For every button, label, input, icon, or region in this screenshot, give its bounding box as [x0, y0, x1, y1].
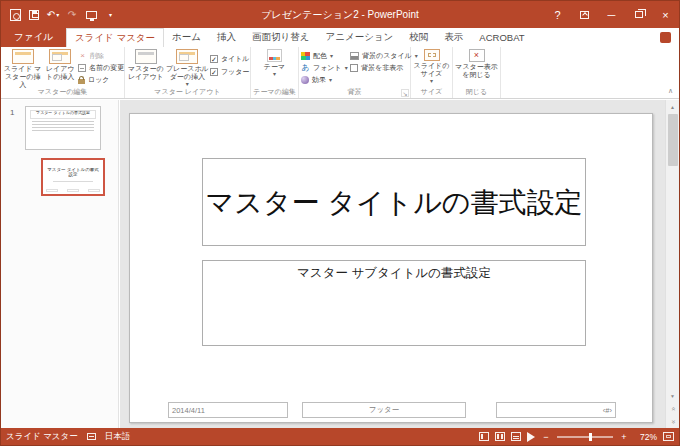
save-icon[interactable] — [26, 6, 42, 24]
restore-icon[interactable] — [625, 1, 652, 28]
slide-size-icon — [424, 49, 440, 61]
normal-view-icon[interactable] — [479, 432, 489, 441]
powerpoint-window: ↶▾ ↷ ▾ プレゼンテーション2 - PowerPoint ? ─ × ファイ… — [0, 0, 680, 446]
minimize-icon[interactable]: ─ — [598, 1, 625, 28]
insert-slide-master-button[interactable]: スライド マスターの挿入 — [3, 48, 42, 85]
dialog-launcher-icon[interactable]: ↘ — [401, 89, 409, 97]
tab-acrobat[interactable]: ACROBAT — [471, 28, 532, 47]
insert-layout-icon — [49, 49, 71, 64]
window-controls: ? ─ × — [544, 1, 679, 28]
zoom-slider-thumb[interactable] — [589, 433, 592, 441]
slide[interactable]: マスター タイトルの書式設定 マスター サブタイトルの書式設定 2014/4/1… — [129, 113, 653, 423]
fit-to-window-icon[interactable] — [663, 432, 674, 441]
tab-view[interactable]: 表示 — [436, 28, 471, 47]
footer-placeholder[interactable]: フッター — [302, 402, 466, 418]
slide-size-button[interactable]: スライドのサイズ ▾ — [413, 48, 450, 85]
reading-view-icon[interactable] — [511, 432, 521, 441]
hide-background-checkbox[interactable]: 背景を非表示 — [350, 62, 408, 74]
title-placeholder[interactable]: マスター タイトルの書式設定 — [202, 158, 586, 246]
close-master-icon: × — [469, 49, 485, 62]
slide-master-icon — [12, 49, 34, 64]
view-name-label[interactable]: スライド マスター — [6, 431, 78, 443]
chevron-down-icon: ▾ — [273, 71, 276, 77]
background-styles-button[interactable]: 背景のスタイル ▾ — [350, 50, 408, 61]
statusbar-right: − + 72% — [479, 432, 674, 442]
ribbon-display-options-icon[interactable] — [571, 1, 598, 28]
date-placeholder[interactable]: 2014/4/11 — [168, 402, 288, 418]
slide-number-placeholder[interactable]: ‹#› — [496, 402, 616, 418]
scrollbar-thumb[interactable] — [668, 114, 678, 166]
tab-transitions[interactable]: 画面切り替え — [244, 28, 317, 47]
tab-animations[interactable]: アニメーション — [318, 28, 402, 47]
insert-layout-button[interactable]: レイアウトの挿入 — [43, 48, 77, 85]
scroll-up-icon[interactable]: ▲ — [666, 100, 680, 113]
zoom-slider[interactable] — [557, 436, 613, 438]
previous-slide-icon[interactable]: « — [666, 402, 680, 415]
subtitle-placeholder[interactable]: マスター サブタイトルの書式設定 — [202, 260, 586, 346]
title-checkbox-box[interactable]: ✓ — [210, 55, 218, 63]
thumbnail-pane[interactable]: 1 マスター タイトルの書式設定 マスター タイトルの書式設定 — [1, 100, 119, 428]
rename-button[interactable]: 名前の変更 — [78, 62, 122, 73]
group-master-layout: マスターのレイアウト プレースホルダーの挿入 ▾ ✓ タイトル ✓ フッター — [125, 47, 251, 98]
master-layout-button[interactable]: マスターのレイアウト — [127, 48, 165, 85]
title-layout-thumbnail[interactable]: マスター タイトルの書式設定 — [41, 158, 105, 196]
close-master-view-button[interactable]: × マスター表示を閉じる — [455, 48, 498, 85]
account-icon[interactable] — [660, 32, 671, 43]
customize-qat-icon[interactable]: ▾ — [102, 6, 118, 24]
master-thumbnail-title: マスター タイトルの書式設定 — [30, 110, 96, 119]
tab-slide-master[interactable]: スライド マスター — [66, 28, 164, 47]
language-label[interactable]: 日本語 — [105, 431, 131, 443]
undo-caret-icon[interactable]: ▾ — [56, 11, 59, 18]
group-background: 配色 ▾ あ フォント ▾ 効果 ▾ — [299, 47, 411, 98]
zoom-out-icon[interactable]: − — [541, 432, 551, 442]
main-area: 1 マスター タイトルの書式設定 マスター タイトルの書式設定 マスター タイト… — [1, 100, 679, 428]
slideshow-icon[interactable] — [527, 432, 535, 442]
delete-icon: × — [78, 52, 87, 60]
window-title: プレゼンテーション2 - PowerPoint — [261, 8, 418, 22]
zoom-level[interactable]: 72% — [635, 432, 657, 442]
collapse-ribbon-icon[interactable]: ∧ — [668, 87, 673, 95]
scroll-down-icon[interactable]: ▼ — [666, 389, 680, 402]
group-label-close: 閉じる — [455, 86, 498, 98]
close-icon[interactable]: × — [652, 1, 679, 28]
footer-checkbox-box[interactable]: ✓ — [210, 68, 218, 76]
delete-button[interactable]: × 削除 — [78, 50, 122, 61]
tab-file[interactable]: ファイル — [1, 28, 66, 47]
group-label-background: 背景 — [301, 86, 408, 98]
effects-button[interactable]: 効果 ▾ — [301, 74, 349, 85]
title-checkbox[interactable]: ✓ タイトル — [210, 53, 248, 65]
group-label-size: サイズ — [413, 86, 450, 98]
redo-icon[interactable]: ↷ — [64, 6, 80, 24]
group-close: × マスター表示を閉じる 閉じる — [453, 47, 501, 98]
layout-thumbnail-title: マスター タイトルの書式設定 — [46, 168, 100, 178]
powerpoint-icon[interactable] — [7, 6, 23, 24]
zoom-in-icon[interactable]: + — [619, 432, 629, 442]
colors-icon — [301, 52, 310, 60]
hide-background-checkbox-box[interactable] — [350, 64, 358, 72]
slide-number-label: 1 — [10, 108, 14, 117]
group-label-edit-master: マスターの編集 — [3, 86, 122, 98]
tab-insert[interactable]: 挿入 — [209, 28, 244, 47]
ribbon: スライド マスターの挿入 レイアウトの挿入 × 削除 名前の変更 — [1, 47, 679, 99]
slide-sorter-icon[interactable] — [495, 432, 505, 441]
lock-icon — [78, 79, 85, 84]
fonts-icon: あ — [301, 64, 310, 72]
start-slideshow-icon[interactable] — [83, 6, 99, 24]
tab-review[interactable]: 校閲 — [401, 28, 436, 47]
themes-button[interactable]: テーマ ▾ — [253, 48, 296, 85]
slide-canvas[interactable]: マスター タイトルの書式設定 マスター サブタイトルの書式設定 2014/4/1… — [120, 100, 665, 428]
help-icon[interactable]: ? — [544, 1, 571, 28]
vertical-scrollbar[interactable]: ▲ ▼ « » — [665, 100, 679, 428]
tab-home[interactable]: ホーム — [164, 28, 209, 47]
colors-button[interactable]: 配色 ▾ — [301, 50, 349, 61]
group-edit-master: スライド マスターの挿入 レイアウトの挿入 × 削除 名前の変更 — [1, 47, 125, 98]
next-slide-icon[interactable]: » — [666, 415, 680, 428]
fonts-button[interactable]: あ フォント ▾ — [301, 62, 349, 73]
footer-checkbox[interactable]: ✓ フッター — [210, 66, 248, 78]
insert-placeholder-button[interactable]: プレースホルダーの挿入 ▾ — [166, 48, 209, 85]
input-mode-icon[interactable] — [87, 433, 96, 440]
undo-icon[interactable]: ↶▾ — [45, 6, 61, 24]
chevron-down-icon: ▾ — [430, 78, 433, 84]
preserve-button[interactable]: ロック — [78, 74, 122, 85]
master-thumbnail[interactable]: マスター タイトルの書式設定 — [25, 106, 101, 150]
